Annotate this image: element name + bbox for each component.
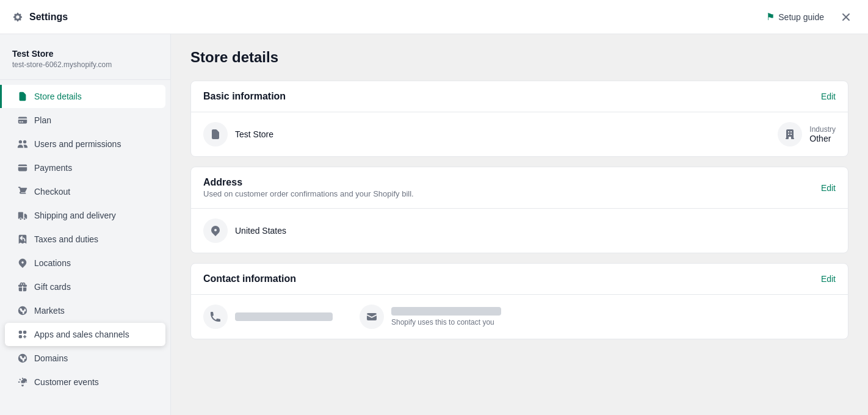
apps-icon	[17, 329, 28, 340]
sidebar-item-markets[interactable]: Markets	[5, 299, 165, 322]
sidebar-label-users: Users and permissions	[34, 139, 121, 149]
email-blurred	[391, 307, 501, 316]
taxes-icon	[17, 234, 28, 245]
sidebar-label-checkout: Checkout	[34, 187, 70, 197]
sidebar-label-locations: Locations	[34, 258, 71, 268]
markets-icon	[17, 305, 28, 316]
settings-sidebar: Test Store test-store-6062.myshopify.com…	[0, 34, 171, 415]
phone-icon-circle	[203, 305, 228, 329]
sidebar-item-customer-events[interactable]: Customer events	[5, 370, 165, 394]
industry-value: Other	[809, 134, 836, 143]
contact-phone-row: Shopify uses this to contact you	[191, 295, 848, 339]
store-name-value: Test Store	[235, 129, 273, 139]
sidebar-label-plan: Plan	[34, 115, 51, 125]
email-icon-circle	[360, 305, 384, 329]
sidebar-label-customer-events: Customer events	[34, 377, 99, 387]
sidebar-label-taxes: Taxes and duties	[34, 234, 98, 244]
setup-guide-button[interactable]: ⚑ Setup guide	[766, 11, 824, 23]
address-description: Used on customer order confirmations and…	[203, 189, 414, 198]
sidebar-store-name: Test Store	[12, 49, 158, 59]
contact-edit-button[interactable]: Edit	[821, 274, 836, 284]
contact-header: Contact information Edit	[191, 264, 848, 295]
sidebar-item-taxes[interactable]: Taxes and duties	[5, 228, 165, 251]
setup-guide-label: Setup guide	[778, 12, 824, 22]
sidebar-label-gift-cards: Gift cards	[34, 282, 71, 292]
domains-icon	[17, 353, 28, 364]
industry-icon-circle	[778, 122, 802, 146]
locations-icon	[17, 258, 28, 269]
sidebar-item-apps-sales-channels[interactable]: Apps and sales channels	[5, 323, 165, 346]
sidebar-item-users-permissions[interactable]: Users and permissions	[5, 132, 165, 156]
sidebar-label-shipping: Shipping and delivery	[34, 211, 116, 220]
basic-info-header: Basic information Edit	[191, 81, 848, 112]
country-value: United States	[235, 226, 286, 236]
sidebar-label-markets: Markets	[34, 306, 65, 316]
sidebar-item-domains[interactable]: Domains	[5, 347, 165, 370]
close-button[interactable]	[836, 7, 856, 27]
store-name-row: Test Store Industry Other	[191, 112, 848, 156]
sidebar-label-apps: Apps and sales channels	[34, 330, 129, 339]
sidebar-nav: Store details Plan	[0, 85, 170, 394]
settings-header-right: ⚑ Setup guide	[766, 7, 856, 27]
store-name-icon-circle	[203, 122, 228, 146]
settings-gear-icon	[12, 12, 23, 23]
sidebar-item-payments[interactable]: Payments	[5, 156, 165, 179]
plan-icon	[17, 115, 28, 126]
gift-cards-icon	[17, 281, 28, 292]
sidebar-label-domains: Domains	[34, 353, 68, 363]
sidebar-store-info: Test Store test-store-6062.myshopify.com	[0, 44, 170, 80]
contact-card: Contact information Edit	[190, 263, 848, 339]
sidebar-item-shipping[interactable]: Shipping and delivery	[5, 204, 165, 227]
basic-info-card: Basic information Edit Test Store	[190, 81, 848, 157]
country-row: United States	[191, 209, 848, 253]
phone-blurred	[235, 312, 333, 321]
shipping-icon	[17, 210, 28, 221]
settings-header: Settings ⚑ Setup guide	[0, 0, 868, 34]
checkout-icon	[17, 186, 28, 197]
settings-title: Settings	[29, 12, 68, 23]
sidebar-item-plan[interactable]: Plan	[5, 109, 165, 132]
store-details-icon	[17, 91, 28, 102]
page-title: Store details	[190, 49, 848, 66]
contact-title: Contact information	[203, 273, 296, 284]
basic-info-title: Basic information	[203, 91, 286, 102]
sidebar-store-url[interactable]: test-store-6062.myshopify.com	[12, 60, 112, 69]
basic-info-edit-button[interactable]: Edit	[821, 92, 836, 101]
sidebar-label-store-details: Store details	[34, 92, 82, 101]
settings-body: Test Store test-store-6062.myshopify.com…	[0, 34, 868, 415]
country-icon-circle	[203, 218, 228, 243]
settings-panel: Settings ⚑ Setup guide Test Store test-s…	[0, 0, 868, 415]
main-content: Store details Basic information Edit Tes…	[171, 34, 868, 415]
address-card: Address Used on customer order confirmat…	[190, 167, 848, 253]
sidebar-item-checkout[interactable]: Checkout	[5, 180, 165, 203]
industry-info: Industry Other	[809, 125, 836, 143]
users-icon	[17, 139, 28, 150]
address-header: Address Used on customer order confirmat…	[191, 167, 848, 209]
sidebar-label-payments: Payments	[34, 163, 72, 173]
sidebar-item-gift-cards[interactable]: Gift cards	[5, 275, 165, 298]
payments-icon	[17, 162, 28, 173]
customer-events-icon	[17, 377, 28, 388]
settings-title-area: Settings	[12, 12, 68, 23]
industry-label: Industry	[809, 125, 836, 134]
sidebar-item-locations[interactable]: Locations	[5, 251, 165, 275]
address-title: Address	[203, 177, 414, 188]
flag-icon: ⚑	[766, 11, 775, 23]
address-edit-button[interactable]: Edit	[821, 183, 836, 193]
sidebar-item-store-details[interactable]: Store details	[0, 85, 165, 108]
email-note: Shopify uses this to contact you	[391, 318, 501, 327]
